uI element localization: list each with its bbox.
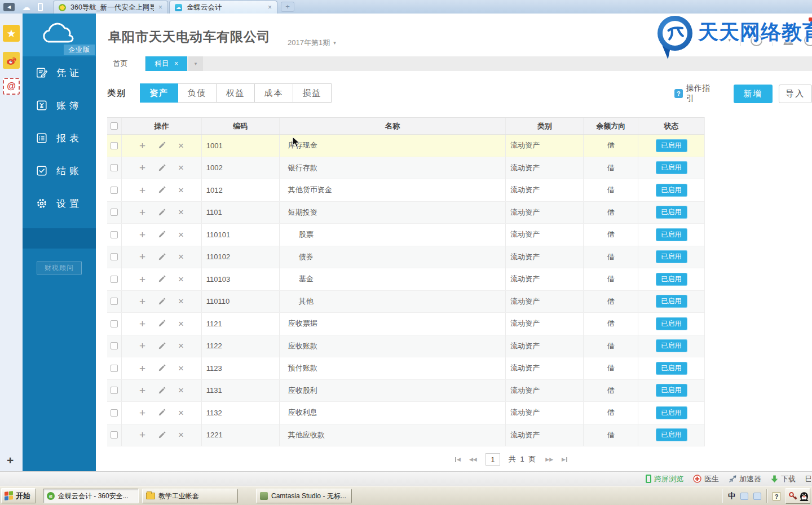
category-button[interactable]: 损益: [293, 83, 332, 103]
table-row[interactable]: + × 1121 应收票据 流动资产 借 已启用: [107, 313, 704, 335]
add-sub-account-icon[interactable]: +: [139, 385, 145, 396]
add-sub-account-icon[interactable]: +: [139, 274, 145, 285]
table-row[interactable]: + × 1012 其他货币资金 流动资产 借 已启用: [107, 179, 704, 202]
tab-home[interactable]: 首页: [96, 56, 145, 71]
table-row[interactable]: + × 110102 债券 流动资产 借 已启用: [107, 246, 704, 269]
row-checkbox[interactable]: [111, 387, 118, 394]
status-badge[interactable]: 已启用: [656, 250, 687, 263]
status-badge[interactable]: 已启用: [656, 362, 687, 375]
row-checkbox[interactable]: [111, 365, 118, 372]
prev-page-button[interactable]: ◀◀: [469, 457, 477, 462]
add-sub-account-icon[interactable]: +: [139, 229, 145, 240]
row-checkbox[interactable]: [111, 320, 118, 327]
table-row[interactable]: + × 110110 其他 流动资产 借 已启用: [107, 291, 704, 313]
edit-icon[interactable]: [158, 186, 166, 194]
category-button[interactable]: 成本: [255, 83, 293, 103]
row-checkbox[interactable]: [111, 231, 118, 238]
delete-icon[interactable]: ×: [178, 430, 184, 440]
browser-tab-360nav[interactable]: 360导航_新一代安全上网导航 ×: [53, 1, 168, 14]
last-page-button[interactable]: ▶: [562, 457, 568, 462]
edit-icon[interactable]: [158, 253, 166, 261]
add-sidebar-app-icon[interactable]: +: [7, 454, 14, 466]
start-button[interactable]: 开始: [1, 488, 36, 503]
edit-icon[interactable]: [158, 298, 166, 305]
task-teaching-folder[interactable]: 教学工业帐套: [142, 489, 238, 503]
status-badge[interactable]: 已启用: [656, 428, 687, 441]
add-sub-account-icon[interactable]: +: [139, 407, 145, 418]
phone-contact-icon[interactable]: [804, 34, 812, 46]
table-row[interactable]: + × 1101 短期投资 流动资产 借 已启用: [107, 202, 704, 224]
delete-icon[interactable]: ×: [178, 341, 184, 351]
add-sub-account-icon[interactable]: +: [139, 363, 145, 374]
task-camtasia[interactable]: Camtasia Studio - 无标...: [256, 489, 352, 503]
edit-icon[interactable]: [158, 364, 166, 372]
row-checkbox[interactable]: [111, 142, 118, 149]
table-row[interactable]: + × 1221 其他应收款 流动资产 借 已启用: [107, 424, 704, 447]
edit-icon[interactable]: [158, 209, 166, 216]
task-kingdee-browser[interactable]: e 金蝶云会计 - 360安全...: [43, 489, 139, 503]
row-checkbox[interactable]: [111, 164, 118, 171]
tab-list-dropdown[interactable]: ▾: [188, 56, 203, 71]
row-checkbox[interactable]: [111, 298, 118, 305]
browser-cloud-icon[interactable]: ☁: [22, 3, 30, 11]
status-badge[interactable]: 已启用: [656, 339, 687, 352]
table-row[interactable]: + × 1002 银行存款 流动资产 借 已启用: [107, 157, 704, 180]
status-badge[interactable]: 已启用: [656, 317, 687, 330]
category-button[interactable]: 权益: [217, 83, 255, 103]
status-badge[interactable]: 已启用: [656, 139, 687, 152]
browser-phone-icon[interactable]: [38, 3, 43, 11]
sidebar-item-ledger[interactable]: 账簿: [23, 89, 96, 122]
delete-icon[interactable]: ×: [178, 163, 184, 172]
close-icon[interactable]: ×: [174, 60, 178, 68]
customer-service-icon[interactable]: [782, 34, 795, 46]
edit-icon[interactable]: [158, 342, 166, 350]
clipped-status-item[interactable]: 巳: [805, 474, 811, 484]
edit-icon[interactable]: [158, 387, 166, 395]
security-key-icon[interactable]: [789, 492, 797, 500]
tax-advisor-ghost-button[interactable]: 财税顾问: [37, 262, 82, 274]
row-checkbox[interactable]: [111, 342, 118, 349]
status-badge[interactable]: 已启用: [656, 406, 687, 419]
table-row[interactable]: + × 1132 应收利息 流动资产 借 已启用: [107, 402, 704, 424]
edit-icon[interactable]: [158, 320, 166, 327]
row-checkbox[interactable]: [111, 431, 118, 438]
delete-icon[interactable]: ×: [178, 185, 184, 195]
sidebar-item-settings[interactable]: 设置: [23, 187, 96, 220]
tab-subject[interactable]: 科目 ×: [145, 56, 187, 71]
row-checkbox[interactable]: [111, 409, 118, 417]
row-checkbox[interactable]: [111, 253, 118, 260]
tab-close-icon[interactable]: ×: [268, 3, 272, 11]
page-number-input[interactable]: [486, 453, 500, 466]
add-sub-account-icon[interactable]: +: [139, 251, 145, 262]
sidebar-item-closing[interactable]: 结账: [23, 154, 96, 187]
row-checkbox[interactable]: [111, 209, 118, 216]
tab-close-icon[interactable]: ×: [158, 3, 162, 11]
add-sub-account-icon[interactable]: +: [139, 296, 145, 307]
edit-icon[interactable]: [158, 409, 166, 417]
period-selector[interactable]: 2017年第1期 ▾: [288, 38, 336, 48]
favorites-star-icon[interactable]: ★: [3, 25, 20, 42]
add-sub-account-icon[interactable]: +: [139, 340, 145, 351]
new-tab-button[interactable]: +: [281, 2, 294, 12]
sidebar-item-report[interactable]: 报表: [23, 122, 96, 154]
status-badge[interactable]: 已启用: [656, 184, 687, 197]
select-all-checkbox[interactable]: [111, 122, 118, 130]
table-row[interactable]: + × 1001 库存现金 流动资产 借 已启用: [107, 135, 704, 157]
delete-icon[interactable]: ×: [178, 408, 184, 418]
category-button[interactable]: 负债: [178, 83, 217, 103]
delete-icon[interactable]: ×: [178, 386, 184, 395]
edit-icon[interactable]: [158, 431, 166, 439]
import-button[interactable]: 导入: [779, 85, 812, 103]
row-checkbox[interactable]: [111, 276, 118, 283]
status-badge[interactable]: 已启用: [656, 273, 687, 286]
edit-icon[interactable]: [158, 164, 166, 172]
delete-icon[interactable]: ×: [178, 364, 184, 373]
add-sub-account-icon[interactable]: +: [139, 207, 145, 218]
add-sub-account-icon[interactable]: +: [139, 429, 145, 440]
weibo-icon[interactable]: [3, 52, 20, 69]
operation-guide-link[interactable]: ? 操作指引: [674, 83, 715, 104]
sidebar-item-voucher[interactable]: 凭证: [23, 56, 96, 89]
delete-icon[interactable]: ×: [178, 319, 184, 329]
status-badge[interactable]: 已启用: [656, 161, 687, 174]
table-row[interactable]: + × 110103 基金 流动资产 借 已启用: [107, 268, 704, 291]
